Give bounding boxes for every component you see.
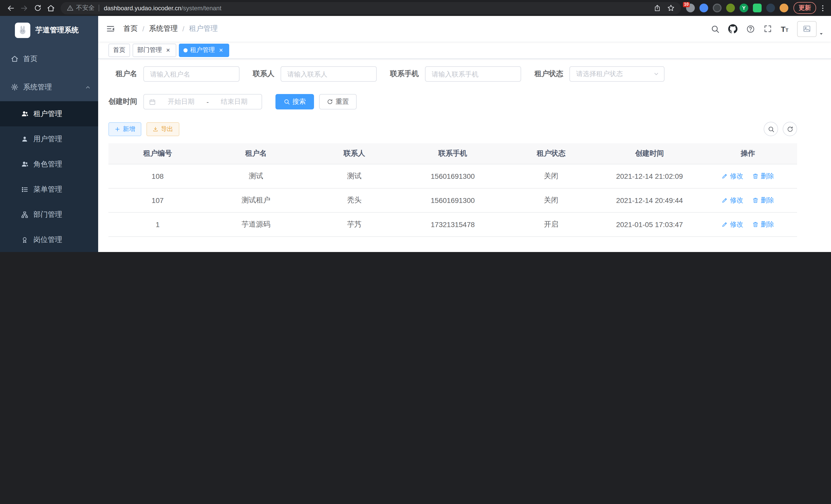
- tab-tenant-management[interactable]: 租户管理 ×: [179, 43, 229, 57]
- breadcrumb-item-home[interactable]: 首页: [123, 24, 138, 33]
- cell-actions: 修改 删除: [699, 212, 797, 236]
- logo-avatar: [15, 23, 30, 38]
- extension-icon-2[interactable]: [699, 4, 708, 12]
- url-host: dashboard.yudao.iocoder.cn: [104, 4, 181, 11]
- github-icon[interactable]: [728, 24, 738, 33]
- security-warning-icon[interactable]: [67, 5, 74, 11]
- date-start-placeholder[interactable]: 开始日期: [159, 97, 203, 106]
- extensions-area: 10 Y: [686, 4, 789, 12]
- status-select[interactable]: 请选择租户状态: [569, 66, 664, 82]
- list-icon: [21, 186, 29, 193]
- url-path: /system/tenant: [181, 4, 222, 11]
- tab-dept-management[interactable]: 部门管理 ×: [133, 43, 176, 57]
- tenant-name-label: 租户名: [109, 69, 143, 79]
- extension-icon-4[interactable]: [726, 4, 735, 12]
- sidebar-item-dept-management[interactable]: 部门管理: [0, 202, 98, 227]
- bookmark-star-icon[interactable]: [667, 4, 675, 12]
- edit-button[interactable]: 修改: [722, 171, 743, 181]
- filter-form-row-2: 创建时间 开始日期 - 结束日期 搜索: [109, 94, 797, 110]
- cell-tenant-id: 1: [109, 212, 207, 236]
- sidebar-item-role-management[interactable]: 角色管理: [0, 152, 98, 177]
- add-button[interactable]: 新增: [109, 122, 141, 136]
- contact-input[interactable]: [281, 66, 377, 82]
- column-mobile: 联系手机: [404, 143, 502, 164]
- extension-icon-6[interactable]: [753, 4, 762, 12]
- sidebar-item-menu-management[interactable]: 菜单管理: [0, 177, 98, 202]
- cell-tenant-name: 测试: [207, 164, 305, 188]
- screen: 不安全 dashboard.yudao.iocoder.cn/system/te…: [0, 0, 831, 252]
- cell-contact: 秃头: [305, 188, 404, 212]
- security-label[interactable]: 不安全: [76, 4, 94, 12]
- cell-created: 2021-12-14 21:02:09: [600, 164, 699, 188]
- chevron-down-icon: [653, 71, 659, 77]
- extension-icon-3[interactable]: [713, 4, 721, 12]
- create-time-range-picker[interactable]: 开始日期 - 结束日期: [143, 94, 262, 110]
- tenant-table: 租户编号 租户名 联系人 联系手机 租户状态 创建时间 操作 108 测试: [109, 143, 797, 237]
- create-time-label: 创建时间: [109, 97, 143, 106]
- avatar: [797, 21, 816, 37]
- export-button[interactable]: 导出: [146, 122, 179, 136]
- org-tree-icon: [21, 211, 29, 218]
- fullscreen-icon[interactable]: [764, 25, 772, 33]
- extension-icon-5[interactable]: Y: [740, 4, 748, 12]
- column-contact: 联系人: [305, 143, 404, 164]
- edit-button[interactable]: 修改: [722, 196, 743, 205]
- search-button[interactable]: 搜索: [276, 94, 314, 110]
- browser-menu-icon[interactable]: [819, 4, 827, 12]
- omnibox-divider: [99, 5, 99, 11]
- table-header-row: 租户编号 租户名 联系人 联系手机 租户状态 创建时间 操作: [109, 143, 797, 164]
- toolbar-right: [764, 122, 797, 136]
- toggle-search-button[interactable]: [764, 122, 778, 136]
- sidebar-toggle-button[interactable]: [98, 16, 123, 41]
- delete-button[interactable]: 删除: [752, 219, 774, 229]
- font-size-icon[interactable]: TT: [781, 25, 789, 33]
- app-logo[interactable]: 芋道管理系统: [0, 16, 98, 45]
- delete-button[interactable]: 删除: [752, 196, 774, 205]
- home-icon: [10, 55, 19, 63]
- browser-back-button[interactable]: [4, 1, 18, 14]
- user-avatar-menu[interactable]: [797, 21, 824, 37]
- refresh-table-button[interactable]: [783, 122, 797, 136]
- sidebar-item-tenant-management[interactable]: 租户管理: [0, 101, 98, 126]
- medal-icon: [21, 236, 29, 243]
- mobile-input[interactable]: [425, 66, 521, 82]
- breadcrumb-separator: /: [142, 25, 144, 33]
- users-icon: [21, 110, 29, 118]
- user-icon: [21, 136, 29, 143]
- share-icon[interactable]: [654, 4, 661, 11]
- extension-icon-1[interactable]: 10: [686, 4, 695, 12]
- breadcrumb-item-system[interactable]: 系统管理: [149, 24, 178, 33]
- cell-actions: 修改 删除: [699, 188, 797, 212]
- system-submenu: 租户管理 用户管理 角色管理 菜单管理 部门管理: [0, 101, 98, 252]
- column-tenant-name: 租户名: [207, 143, 305, 164]
- sidebar-item-user-management[interactable]: 用户管理: [0, 126, 98, 152]
- sidebar-item-home[interactable]: 首页: [0, 45, 98, 73]
- sidebar-item-post-management[interactable]: 岗位管理: [0, 227, 98, 252]
- browser-reload-button[interactable]: [31, 1, 44, 14]
- help-icon[interactable]: [746, 24, 755, 33]
- table-row: 1 芋道源码 芋艿 17321315478 开启 2021-01-05 17:0…: [109, 212, 797, 236]
- browser-forward-button[interactable]: [18, 1, 31, 14]
- address-bar[interactable]: 不安全 dashboard.yudao.iocoder.cn/system/te…: [61, 2, 681, 14]
- extension-icon-8[interactable]: [780, 4, 789, 12]
- cell-created: 2021-12-14 20:49:44: [600, 188, 699, 212]
- close-icon[interactable]: ×: [165, 47, 172, 54]
- chevron-up-icon: [85, 84, 91, 90]
- tenant-name-input[interactable]: [143, 66, 239, 82]
- close-icon[interactable]: ×: [218, 47, 225, 54]
- header-search-icon[interactable]: [711, 24, 720, 33]
- breadcrumb-item-current: 租户管理: [189, 24, 218, 33]
- sidebar: 芋道管理系统 首页 系统管理 租户管理 用户管理: [0, 16, 98, 252]
- reset-button[interactable]: 重置: [319, 94, 357, 110]
- delete-button[interactable]: 删除: [752, 171, 774, 181]
- edit-button[interactable]: 修改: [722, 219, 743, 229]
- page-content: 租户名 联系人 联系手机 租户状态 请选择租户状态: [98, 59, 831, 252]
- cell-mobile: 15601691300: [404, 188, 502, 212]
- browser-home-button[interactable]: [44, 1, 58, 14]
- sidebar-item-system-management[interactable]: 系统管理: [0, 73, 98, 101]
- app-title: 芋道管理系统: [35, 26, 79, 35]
- browser-update-button[interactable]: 更新: [794, 2, 816, 14]
- tab-home[interactable]: 首页: [109, 43, 130, 57]
- extension-icon-7[interactable]: [766, 4, 775, 12]
- date-end-placeholder[interactable]: 结束日期: [212, 97, 256, 106]
